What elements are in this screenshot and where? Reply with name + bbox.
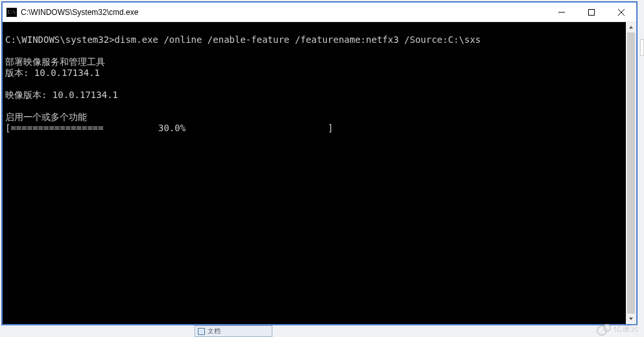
- prompt-text: C:\WINDOWS\system32>: [5, 34, 115, 45]
- command-text: dism.exe /online /enable-feature /featur…: [115, 34, 481, 45]
- vertical-scrollbar[interactable]: [626, 22, 636, 324]
- svg-rect-0: [589, 9, 595, 15]
- background-stub: [640, 39, 644, 56]
- progress-bar: [================= 30.0% ]: [5, 123, 333, 133]
- output-line: 启用一个或多个功能: [5, 112, 87, 122]
- window-title: C:\WINDOWS\System32\cmd.exe: [21, 8, 547, 17]
- terminal-output[interactable]: C:\WINDOWS\system32>dism.exe /online /en…: [3, 22, 626, 324]
- titlebar: C:\WINDOWS\System32\cmd.exe: [3, 3, 636, 22]
- maximize-button[interactable]: [577, 3, 606, 21]
- taskbar-peek: 文档: [195, 325, 272, 337]
- output-line: 映像版本: 10.0.17134.1: [5, 90, 118, 100]
- cloud-icon: [597, 324, 611, 334]
- folder-icon: [198, 328, 205, 335]
- cmd-icon: [6, 8, 17, 17]
- scroll-thumb[interactable]: [627, 32, 635, 314]
- watermark: 亿速云: [597, 323, 639, 334]
- close-button[interactable]: [606, 3, 636, 21]
- output-line: 版本: 10.0.17134.1: [5, 68, 100, 78]
- cmd-window: C:\WINDOWS\System32\cmd.exe C:\WINDOWS\s…: [2, 2, 637, 325]
- window-controls: [547, 3, 636, 21]
- scroll-up-arrow-icon[interactable]: [626, 22, 636, 32]
- minimize-button[interactable]: [547, 3, 577, 21]
- terminal-area: C:\WINDOWS\system32>dism.exe /online /en…: [3, 22, 636, 324]
- taskbar-item-label: 文档: [208, 327, 221, 336]
- output-line: 部署映像服务和管理工具: [5, 56, 105, 67]
- watermark-text: 亿速云: [614, 323, 639, 334]
